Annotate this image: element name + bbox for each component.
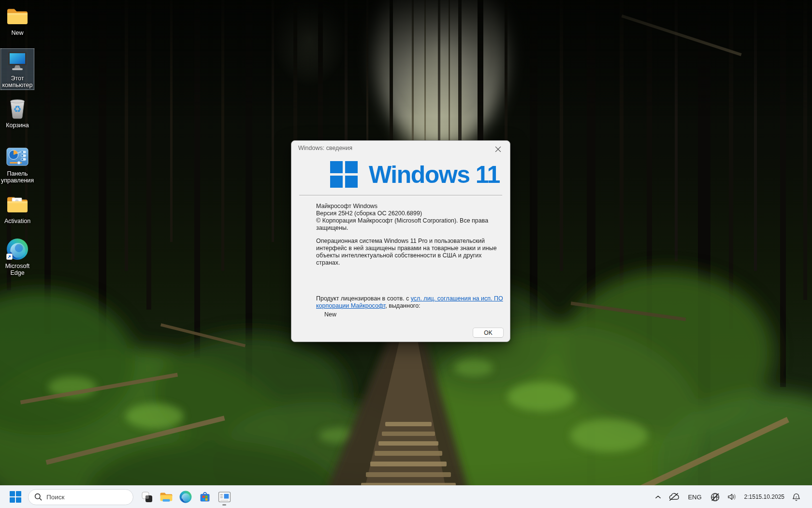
desktop-icon-control-panel[interactable]: Панель управления	[0, 144, 34, 185]
volume-icon	[727, 492, 737, 502]
edge-taskbar-button[interactable]	[176, 487, 195, 507]
file-explorer-button[interactable]	[157, 487, 176, 507]
windows-start-icon	[9, 491, 22, 503]
onedrive-tray-button[interactable]	[665, 487, 683, 507]
folder-icon	[6, 5, 29, 27]
running-app-indicator	[222, 504, 226, 506]
clock-date: 15.10.2025	[755, 493, 784, 501]
about-product-line: Майкрософт Windows	[316, 203, 506, 210]
network-tray-button[interactable]	[707, 487, 724, 507]
license-text-prefix: Продукт лицензирован в соотв. с	[316, 295, 411, 302]
notification-bell-icon: z	[792, 493, 801, 502]
about-trademark-line: Операционная система Windows 11 Pro и по…	[316, 238, 506, 267]
edge-icon	[179, 491, 192, 503]
desktop-icon-recycle-bin[interactable]: ♻ Корзина	[0, 95, 34, 130]
chevron-up-icon	[654, 493, 662, 501]
microsoft-store-icon	[199, 491, 211, 503]
desktop-icon-label: Панель управления	[1, 170, 34, 184]
desktop-icon-new-folder[interactable]: New	[0, 3, 34, 38]
globe-offline-icon	[710, 492, 720, 502]
taskbar-search[interactable]	[28, 489, 133, 505]
shortcut-arrow-icon	[6, 254, 13, 260]
windows-11-logo: Windows 11	[330, 161, 500, 188]
desktop-icon-activation[interactable]: zfx Activation	[0, 191, 34, 226]
desktop-icon-microsoft-edge[interactable]: Microsoft Edge	[0, 236, 34, 278]
taskbar-system-tray: ENG 2:15 15.10.2025	[651, 487, 812, 507]
search-input[interactable]	[46, 493, 124, 501]
desktop-icon-label: Activation	[4, 218, 30, 224]
recycle-bin-icon: ♻	[6, 97, 29, 120]
windows-logo-icon	[330, 161, 358, 188]
about-trademark-block: Операционная система Windows 11 Pro и по…	[316, 238, 506, 267]
edge-icon	[6, 238, 29, 260]
file-explorer-icon	[160, 491, 173, 503]
computer-icon	[6, 50, 29, 73]
search-icon	[34, 493, 42, 501]
cloud-offline-icon	[668, 492, 680, 502]
clock-time: 2:15	[744, 493, 755, 501]
clock[interactable]: 2:15 15.10.2025	[740, 487, 788, 507]
taskbar: ENG 2:15 15.10.2025	[0, 485, 812, 508]
dialog-title: Windows: сведения	[298, 145, 352, 151]
license-text-suffix: , выданного:	[385, 302, 420, 309]
start-button[interactable]	[6, 487, 25, 507]
about-windows-dialog: Windows: сведения Windows 11 Майкрософт …	[291, 140, 510, 342]
about-version-line: Версия 25H2 (сборка ОС 26200.6899)	[316, 210, 506, 217]
task-view-icon	[141, 491, 153, 503]
about-windows-taskbar-button[interactable]	[215, 487, 234, 507]
dialog-titlebar[interactable]: Windows: сведения	[291, 141, 510, 156]
volume-tray-button[interactable]	[724, 487, 740, 507]
close-icon[interactable]	[490, 143, 506, 156]
ok-button[interactable]: OK	[473, 328, 504, 338]
desktop-icon-label: Microsoft Edge	[1, 263, 34, 276]
windows-11-wordmark: Windows 11	[369, 163, 500, 187]
about-window-icon	[218, 491, 231, 503]
task-view-button[interactable]	[137, 487, 157, 507]
control-panel-icon	[6, 146, 29, 168]
microsoft-store-button[interactable]	[195, 487, 215, 507]
desktop-icon-this-pc[interactable]: Этот компьютер	[0, 48, 34, 90]
licensee-name: New	[324, 311, 336, 318]
desktop-icon-label: Корзина	[6, 122, 29, 129]
divider	[299, 195, 502, 195]
desktop: New Этот компьютер ♻ Корзина	[0, 0, 812, 508]
about-copyright-line: © Корпорация Майкрософт (Microsoft Corpo…	[316, 217, 506, 232]
svg-text:♻: ♻	[13, 104, 21, 114]
language-indicator[interactable]: ENG	[683, 487, 706, 507]
about-license-block: Продукт лицензирован в соотв. с усл. лиц…	[316, 295, 506, 310]
about-version-block: Майкрософт Windows Версия 25H2 (сборка О…	[316, 203, 506, 232]
taskbar-left-cluster	[0, 487, 234, 507]
notification-center-button[interactable]: z	[788, 487, 804, 507]
tray-chevron-button[interactable]	[651, 487, 665, 507]
folder-with-file-icon: zfx	[6, 193, 29, 215]
svg-text:z: z	[796, 495, 797, 498]
desktop-icon-label: New	[11, 30, 23, 36]
desktop-icon-label: Этот компьютер	[1, 75, 34, 89]
